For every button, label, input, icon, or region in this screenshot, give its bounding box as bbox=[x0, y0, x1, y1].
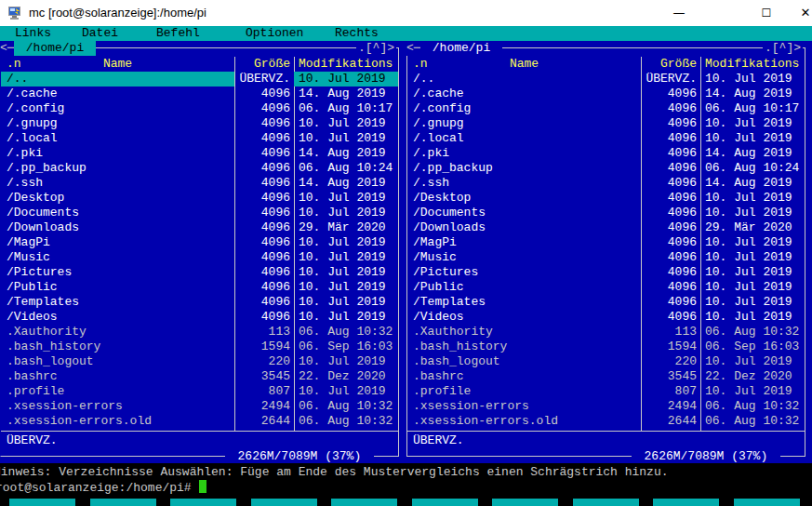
left-panel-path[interactable]: /home/pi bbox=[14, 41, 96, 56]
maximize-button[interactable]: ☐ bbox=[752, 0, 780, 26]
column-header-size[interactable]: Größe bbox=[642, 57, 697, 72]
file-row[interactable]: /Public409610. Jul 2019 bbox=[1, 280, 398, 295]
file-row[interactable]: /.pki409614. Aug 2019 bbox=[407, 146, 805, 161]
file-size: ÜBERVZ. bbox=[642, 72, 697, 87]
file-row[interactable]: /Desktop409610. Jul 2019 bbox=[407, 191, 805, 206]
file-name: .xsession-errors bbox=[7, 399, 123, 414]
file-row[interactable]: /Music409610. Jul 2019 bbox=[407, 250, 805, 265]
file-row[interactable]: .bash_logout22010. Jul 2019 bbox=[1, 354, 398, 369]
right-panel-path[interactable]: /home/pi bbox=[420, 41, 502, 56]
menu-item-links[interactable]: Links bbox=[15, 26, 51, 41]
file-row[interactable]: .xsession-errors249406. Aug 10:32 bbox=[407, 399, 805, 414]
file-row[interactable]: /.ssh409614. Aug 2019 bbox=[1, 176, 398, 191]
file-modified: 06. Sep 16:03 bbox=[705, 340, 799, 354]
file-row[interactable]: .Xauthority11306. Aug 10:32 bbox=[407, 325, 805, 340]
menu-item-optionen[interactable]: Optionen bbox=[246, 26, 303, 41]
file-row[interactable]: .xsession-errors.old264406. Aug 10:32 bbox=[1, 414, 398, 429]
file-row[interactable]: /..ÜBERVZ.10. Jul 2019 bbox=[1, 72, 398, 87]
file-name: /MagPi bbox=[7, 235, 50, 250]
function-key-button[interactable] bbox=[573, 499, 639, 506]
menu-bar: LinksDateiBefehlOptionenRechts bbox=[0, 26, 812, 41]
panel-nav-controls[interactable]: .[^]> bbox=[356, 41, 396, 56]
function-key-button[interactable] bbox=[653, 499, 719, 506]
file-row[interactable]: /Videos409610. Jul 2019 bbox=[407, 310, 805, 325]
file-row[interactable]: /Templates409610. Jul 2019 bbox=[407, 295, 805, 310]
file-row[interactable]: /.config409606. Aug 10:17 bbox=[1, 101, 398, 116]
file-row[interactable]: /.cache409614. Aug 2019 bbox=[407, 87, 805, 101]
file-size: 2644 bbox=[235, 414, 290, 429]
file-row[interactable]: .bash_logout22010. Jul 2019 bbox=[407, 354, 805, 369]
file-size: 4096 bbox=[642, 280, 697, 295]
file-row[interactable]: /.pp_backup409606. Aug 10:24 bbox=[1, 161, 398, 176]
file-row[interactable]: /.gnupg409610. Jul 2019 bbox=[1, 116, 398, 131]
file-row[interactable]: .profile80710. Jul 2019 bbox=[407, 384, 805, 399]
function-key-button[interactable] bbox=[492, 499, 558, 506]
file-size: 4096 bbox=[235, 176, 290, 191]
function-key-button[interactable] bbox=[251, 499, 317, 506]
column-header-name[interactable]: Name bbox=[407, 57, 641, 72]
file-row[interactable]: /MagPi409610. Jul 2019 bbox=[407, 235, 805, 250]
file-row[interactable]: /Pictures409610. Jul 2019 bbox=[407, 265, 805, 280]
function-key-button[interactable] bbox=[170, 499, 236, 506]
file-modified: 14. Aug 2019 bbox=[299, 176, 386, 191]
menu-item-datei[interactable]: Datei bbox=[82, 26, 118, 41]
function-key-button[interactable] bbox=[734, 499, 800, 506]
shell-prompt[interactable]: root@solaranzeige:/home/pi# bbox=[0, 480, 206, 496]
file-row[interactable]: /Templates409610. Jul 2019 bbox=[1, 295, 398, 310]
file-size: 2494 bbox=[235, 399, 290, 414]
file-row[interactable]: /.pp_backup409606. Aug 10:24 bbox=[407, 161, 805, 176]
minimize-button[interactable]: — bbox=[665, 0, 693, 26]
file-size: 4096 bbox=[642, 87, 697, 101]
close-button[interactable]: ✕ bbox=[792, 0, 812, 26]
file-row[interactable]: /.local409610. Jul 2019 bbox=[1, 131, 398, 146]
file-row[interactable]: /.config409606. Aug 10:17 bbox=[407, 101, 805, 116]
function-key-button[interactable] bbox=[90, 499, 156, 506]
function-key-button[interactable] bbox=[9, 499, 75, 506]
file-size: 807 bbox=[642, 384, 697, 399]
file-modified: 06. Aug 10:32 bbox=[299, 414, 393, 429]
column-header-name[interactable]: Name bbox=[1, 57, 234, 72]
file-row[interactable]: /Public409610. Jul 2019 bbox=[407, 280, 805, 295]
file-row[interactable]: .bashrc354522. Dez 2020 bbox=[1, 369, 398, 384]
file-modified: 10. Jul 2019 bbox=[705, 295, 792, 310]
file-row[interactable]: .bash_history159406. Sep 16:03 bbox=[407, 340, 805, 354]
column-header-size[interactable]: Größe bbox=[235, 57, 290, 72]
file-row[interactable]: /Downloads409629. Mär 2020 bbox=[407, 220, 805, 235]
panel-nav-controls[interactable]: .[^]> bbox=[763, 41, 803, 56]
file-row[interactable]: /.local409610. Jul 2019 bbox=[407, 131, 805, 146]
menu-item-rechts[interactable]: Rechts bbox=[335, 26, 379, 41]
file-row[interactable]: /Desktop409610. Jul 2019 bbox=[1, 191, 398, 206]
function-key-button[interactable] bbox=[412, 499, 478, 506]
file-row[interactable]: /.cache409614. Aug 2019 bbox=[1, 87, 398, 101]
file-size: 4096 bbox=[235, 146, 290, 161]
file-modified: 22. Dez 2020 bbox=[299, 369, 386, 384]
file-modified: 10. Jul 2019 bbox=[299, 295, 386, 310]
function-key-button[interactable] bbox=[331, 499, 397, 506]
file-size: 4096 bbox=[235, 87, 290, 101]
file-row[interactable]: .profile80710. Jul 2019 bbox=[1, 384, 398, 399]
file-row[interactable]: /Music409610. Jul 2019 bbox=[1, 250, 398, 265]
file-size: 220 bbox=[642, 354, 697, 369]
column-header-modified[interactable]: Modifikations bbox=[705, 57, 799, 72]
file-modified: 10. Jul 2019 bbox=[299, 206, 386, 220]
file-row[interactable]: /MagPi409610. Jul 2019 bbox=[1, 235, 398, 250]
column-header-modified[interactable]: Modifikations bbox=[299, 57, 393, 72]
menu-item-befehl[interactable]: Befehl bbox=[156, 26, 200, 41]
file-row[interactable]: /.gnupg409610. Jul 2019 bbox=[407, 116, 805, 131]
file-modified: 10. Jul 2019 bbox=[299, 384, 386, 399]
file-row[interactable]: .Xauthority11306. Aug 10:32 bbox=[1, 325, 398, 340]
file-row[interactable]: /Videos409610. Jul 2019 bbox=[1, 310, 398, 325]
file-name: .profile bbox=[413, 384, 471, 399]
file-row[interactable]: /Documents409610. Jul 2019 bbox=[1, 206, 398, 220]
file-row[interactable]: .bashrc354522. Dez 2020 bbox=[407, 369, 805, 384]
file-row[interactable]: /.pki409614. Aug 2019 bbox=[1, 146, 398, 161]
file-row[interactable]: .xsession-errors249406. Aug 10:32 bbox=[1, 399, 398, 414]
file-row[interactable]: /Downloads409629. Mär 2020 bbox=[1, 220, 398, 235]
file-row[interactable]: .xsession-errors.old264406. Aug 10:32 bbox=[407, 414, 805, 429]
file-row[interactable]: /..ÜBERVZ.10. Jul 2019 bbox=[407, 72, 805, 87]
file-row[interactable]: /.ssh409614. Aug 2019 bbox=[407, 176, 805, 191]
file-row[interactable]: .bash_history159406. Sep 16:03 bbox=[1, 340, 398, 354]
file-row[interactable]: /Pictures409610. Jul 2019 bbox=[1, 265, 398, 280]
file-name: /.pp_backup bbox=[7, 161, 87, 176]
file-row[interactable]: /Documents409610. Jul 2019 bbox=[407, 206, 805, 220]
